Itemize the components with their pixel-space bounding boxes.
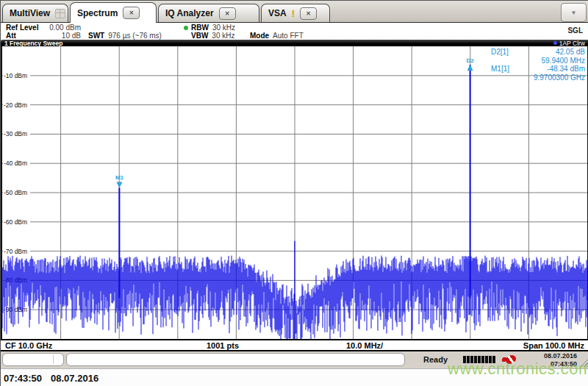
- status-led-icon: [184, 26, 188, 30]
- analyzer-window: MultiView Spectrum ✕ IQ Analyzer ✕ VSA !…: [0, 0, 588, 386]
- softkey-slot-wide[interactable]: [66, 353, 405, 366]
- watermark: www.cntronics.com: [448, 360, 588, 379]
- svg-text:D2: D2: [466, 57, 474, 64]
- x-axis-bar: CF 10.0 GHz 1001 pts 10.0 MHz/ Span 100.…: [1, 339, 588, 351]
- trace-indicator: 1AP Clrw: [553, 40, 585, 47]
- marker-info-row: 59.9400 MHz: [491, 57, 585, 65]
- footer-datetime: 07:43:50 08.07.2016: [4, 373, 98, 384]
- ready-status: Ready: [423, 355, 448, 364]
- tab-spectrum-label: Spectrum: [77, 8, 118, 18]
- svg-text:-70 dBm: -70 dBm: [4, 248, 27, 255]
- close-tab-icon[interactable]: ✕: [123, 7, 140, 19]
- swt-field[interactable]: SWT 976 µs (~76 ms): [81, 32, 184, 40]
- tab-overflow-button[interactable]: ▼: [561, 3, 587, 22]
- att-field[interactable]: Att 10 dB: [6, 32, 81, 40]
- trace-indicator-label: 1AP Clrw: [559, 40, 585, 47]
- tab-iq-analyzer-label: IQ Analyzer: [165, 8, 214, 18]
- svg-text:-60 dBm: -60 dBm: [4, 218, 27, 226]
- ref-level-field[interactable]: Ref Level 0.00 dBm: [6, 24, 81, 32]
- svg-text:-90 dBm: -90 dBm: [4, 306, 27, 313]
- tab-bar: MultiView Spectrum ✕ IQ Analyzer ✕ VSA !…: [1, 1, 588, 23]
- spectrum-plot[interactable]: -10 dBm-20 dBm-30 dBm-40 dBm-50 dBm-60 d…: [1, 46, 588, 339]
- spectrum-trace-canvas[interactable]: -10 dBm-20 dBm-30 dBm-40 dBm-50 dBm-60 d…: [2, 46, 587, 339]
- tab-vsa-label: VSA: [268, 8, 287, 18]
- close-tab-icon[interactable]: ✕: [219, 7, 236, 20]
- svg-text:-50 dBm: -50 dBm: [4, 189, 27, 196]
- tab-iq-analyzer[interactable]: IQ Analyzer ✕: [158, 4, 259, 22]
- svg-text:-30 dBm: -30 dBm: [4, 130, 27, 137]
- marker-info-panel: D2[1] 42.05 dB 59.9400 MHz M1[1] -48.34 …: [491, 48, 585, 82]
- sweep-points-readout: 1001 pts: [207, 341, 239, 350]
- svg-text:M1: M1: [115, 174, 124, 181]
- marker-info-row: D2[1] 42.05 dB: [491, 48, 585, 57]
- tab-multiview-label: MultiView: [10, 8, 50, 18]
- center-frequency-readout[interactable]: CF 10.0 GHz: [5, 341, 52, 350]
- marker-info-row: 9.9700300 GHz: [491, 74, 585, 82]
- trace-color-dot-icon: [553, 41, 557, 45]
- close-tab-icon[interactable]: ✕: [300, 7, 317, 20]
- multiview-grid-icon: [55, 9, 65, 18]
- mode-field[interactable]: Mode Auto FFT: [241, 32, 304, 40]
- softkey-slot-small[interactable]: [2, 353, 64, 366]
- single-sweep-badge: SGL: [567, 26, 583, 35]
- settings-bar: Ref Level 0.00 dBm RBW 30 kHz Att 10 dB …: [1, 23, 588, 40]
- svg-text:-40 dBm: -40 dBm: [4, 160, 27, 167]
- per-division-readout: 10.0 MHz/: [346, 341, 383, 350]
- sweep-window-titlebar[interactable]: 1 Frequency Sweep 1AP Clrw: [1, 40, 588, 46]
- marker-info-row: M1[1] -48.34 dBm: [491, 65, 585, 74]
- rbw-field[interactable]: RBW 30 kHz: [184, 24, 241, 32]
- tab-spectrum[interactable]: Spectrum ✕: [70, 2, 157, 23]
- warning-icon: !: [292, 8, 295, 19]
- sweep-window-title: 1 Frequency Sweep: [4, 40, 62, 47]
- span-readout[interactable]: Span 100.0 MHz: [523, 341, 584, 350]
- tab-multiview[interactable]: MultiView: [2, 4, 68, 22]
- tab-vsa[interactable]: VSA ! ✕: [261, 4, 330, 22]
- svg-text:-20 dBm: -20 dBm: [4, 101, 27, 109]
- svg-text:-10 dBm: -10 dBm: [4, 72, 27, 79]
- vbw-field[interactable]: VBW 30 kHz: [184, 32, 241, 40]
- chevron-down-icon: ▼: [571, 10, 577, 16]
